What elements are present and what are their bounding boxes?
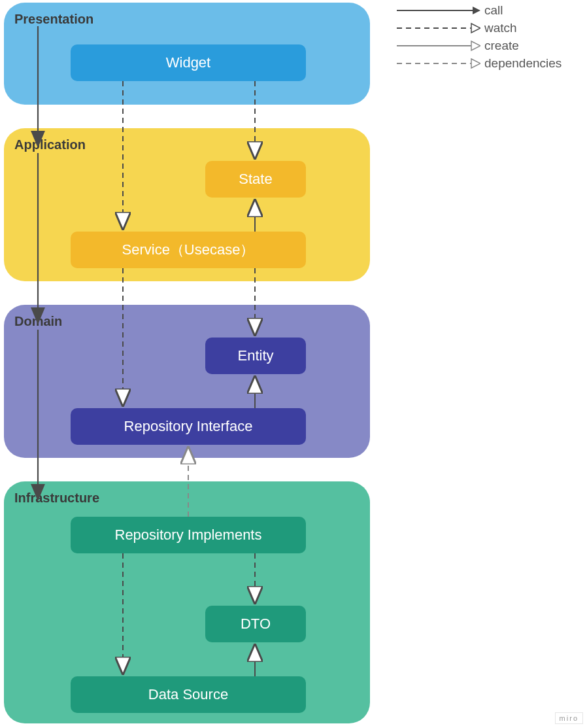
layer-title-application: Application <box>14 137 86 152</box>
legend-label: watch <box>480 21 517 35</box>
legend-row-watch: watch <box>395 19 585 37</box>
node-widget: Widget <box>71 44 306 81</box>
legend-row-dependencies: dependencies <box>395 54 585 72</box>
legend-label: call <box>480 3 503 18</box>
layer-title-domain: Domain <box>14 314 62 329</box>
node-repository-interface: Repository Interface <box>71 408 306 445</box>
node-label: State <box>239 171 272 188</box>
legend-arrow-call <box>395 4 480 17</box>
node-state: State <box>205 161 306 198</box>
node-label: Repository Implements <box>115 527 262 544</box>
layer-title-infrastructure: Infrastructure <box>14 491 99 506</box>
node-label: Widget <box>166 54 210 71</box>
legend-arrow-dependencies <box>395 57 480 70</box>
node-dto: DTO <box>205 606 306 642</box>
watermark: miro <box>555 712 583 724</box>
node-label: DTO <box>241 615 271 633</box>
legend-label: create <box>480 39 519 53</box>
legend: call watch create dependencies <box>395 1 585 72</box>
layer-title-presentation: Presentation <box>14 12 93 27</box>
node-label: Service（Usecase） <box>122 240 255 260</box>
legend-arrow-create <box>395 39 480 52</box>
legend-row-create: create <box>395 37 585 54</box>
node-label: Entity <box>237 347 273 364</box>
legend-arrow-watch <box>395 22 480 35</box>
legend-label: dependencies <box>480 56 562 71</box>
node-entity: Entity <box>205 338 306 374</box>
legend-row-call: call <box>395 1 585 19</box>
node-data-source: Data Source <box>71 676 306 713</box>
node-repository-implements: Repository Implements <box>71 517 306 553</box>
node-label: Repository Interface <box>124 418 253 435</box>
node-service: Service（Usecase） <box>71 232 306 268</box>
node-label: Data Source <box>148 686 228 703</box>
